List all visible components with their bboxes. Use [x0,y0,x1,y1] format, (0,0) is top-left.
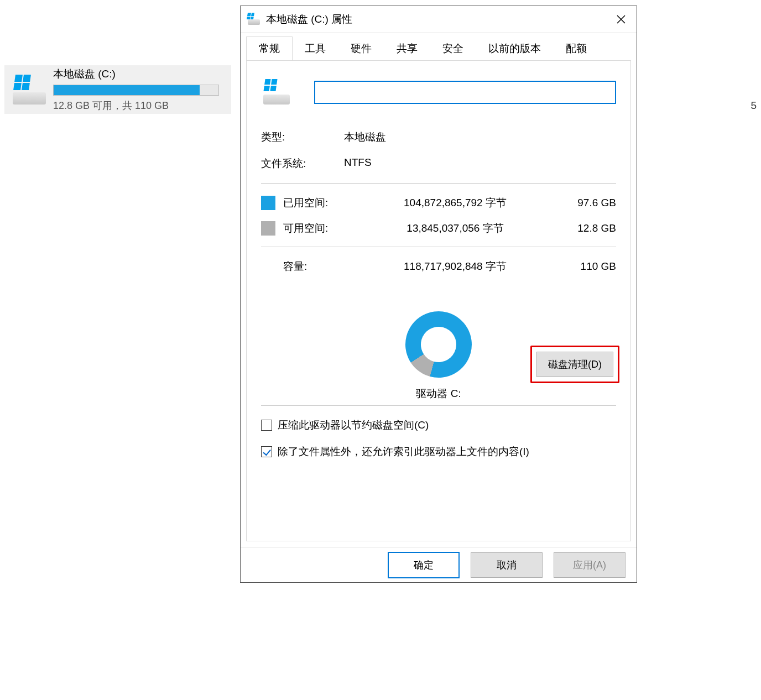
free-swatch [261,221,275,236]
volume-label-input[interactable] [314,81,616,104]
used-bytes: 104,872,865,792 字节 [355,196,555,210]
index-label: 除了文件属性外，还允许索引此驱动器上文件的内容(I) [278,445,529,459]
drive-icon [10,70,49,109]
capacity-label: 容量: [283,259,355,274]
dialog-title: 本地磁盘 (C:) 属性 [266,12,352,27]
used-label: 已用空间: [283,196,355,210]
cancel-button[interactable]: 取消 [471,552,543,578]
drive-name: 本地磁盘 (C:) [53,67,226,81]
free-label: 可用空间: [283,221,355,236]
free-gb: 12.8 GB [555,222,616,234]
drive-subtitle: 12.8 GB 可用，共 110 GB [53,99,226,112]
capacity-gb: 110 GB [555,260,616,273]
close-button[interactable] [606,6,637,33]
used-swatch [261,196,275,210]
volume-icon [261,77,292,108]
drive-letter-label: 驱动器 C: [261,386,616,401]
index-checkbox-row[interactable]: 除了文件属性外，还允许索引此驱动器上文件的内容(I) [261,445,616,459]
properties-dialog: 本地磁盘 (C:) 属性 常规 工具 硬件 共享 安全 以前的版本 配额 [240,6,637,583]
compress-checkbox-row[interactable]: 压缩此驱动器以节约磁盘空间(C) [261,418,616,432]
type-label: 类型: [261,130,344,144]
tab-quota[interactable]: 配额 [553,36,600,60]
ok-button[interactable]: 确定 [388,552,460,578]
dialog-drive-icon [247,13,260,26]
fs-label: 文件系统: [261,156,344,171]
compress-checkbox[interactable] [261,420,272,431]
drive-usage-bar [53,85,219,96]
apply-button[interactable]: 应用(A) [554,552,626,578]
compress-label: 压缩此驱动器以节约磁盘空间(C) [278,418,429,432]
fs-value: NTFS [344,156,372,171]
type-value: 本地磁盘 [344,130,386,144]
capacity-bytes: 118,717,902,848 字节 [355,259,555,274]
used-gb: 97.6 GB [555,197,616,209]
index-checkbox[interactable] [261,446,272,457]
usage-pie-chart [398,304,479,385]
titlebar[interactable]: 本地磁盘 (C:) 属性 [241,6,637,33]
divider [261,247,616,247]
disk-cleanup-button[interactable]: 磁盘清理(D) [536,352,613,377]
free-bytes: 13,845,037,056 字节 [355,221,555,236]
tab-general[interactable]: 常规 [246,36,293,60]
cleanup-highlight: 磁盘清理(D) [530,346,619,383]
divider [261,405,616,406]
divider [261,183,616,184]
tab-hardware[interactable]: 硬件 [338,36,384,60]
tab-bar: 常规 工具 硬件 共享 安全 以前的版本 配额 [246,36,631,60]
tab-prev-versions[interactable]: 以前的版本 [476,36,554,60]
tab-sharing[interactable]: 共享 [384,36,430,60]
edge-text: 5 [750,100,757,112]
tab-security[interactable]: 安全 [430,36,476,60]
tab-tools[interactable]: 工具 [292,36,338,60]
dialog-footer: 确定 取消 应用(A) [241,547,637,582]
tab-content-general: 类型: 本地磁盘 文件系统: NTFS 已用空间: 104,872,865,79… [246,60,631,541]
drive-tile[interactable]: 本地磁盘 (C:) 12.8 GB 可用，共 110 GB [4,65,231,114]
